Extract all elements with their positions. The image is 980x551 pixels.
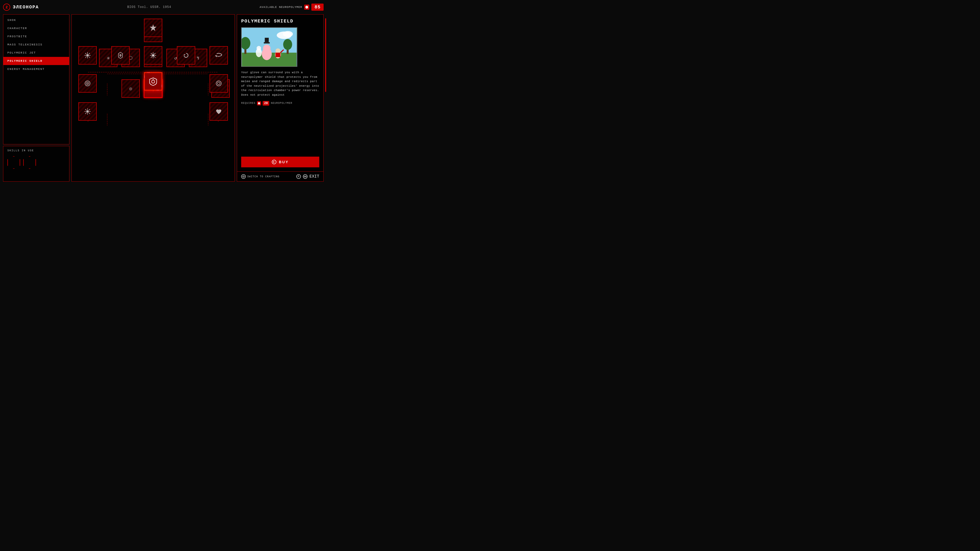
bios-tool-label: BIOS Tool. USSR. 1954 [127, 5, 171, 9]
buy-key-icon: X [272, 160, 277, 164]
info-panel: POLYMERIC SHIELD [237, 14, 324, 182]
skill-node-1-1[interactable] [111, 46, 130, 65]
info-content: POLYMERIC SHIELD [237, 14, 323, 157]
burst-icon [84, 108, 91, 115]
svg-rect-59 [264, 42, 270, 44]
skill-node-2-0[interactable] [78, 74, 97, 93]
svg-point-35 [87, 83, 88, 84]
requires-neuropolymer-icon [257, 101, 261, 105]
sidebar-item-polymeric-shield[interactable]: POLYMERIC SHIELD [3, 57, 69, 65]
svg-line-48 [85, 113, 86, 114]
skill-node-3-4[interactable] [210, 102, 228, 121]
svg-marker-0 [305, 6, 308, 9]
star-icon [149, 24, 157, 32]
neuropolymer-icon [304, 5, 309, 10]
svg-point-51 [283, 31, 293, 37]
svg-marker-26 [119, 54, 121, 57]
svg-point-40 [86, 110, 89, 113]
radiate-icon [84, 52, 91, 59]
svg-rect-60 [265, 38, 269, 42]
svg-line-24 [85, 57, 86, 58]
crest-icon [117, 52, 124, 59]
exit-controls: B EXIT [296, 174, 319, 179]
logo-icon: Ƶ [3, 3, 10, 11]
svg-line-46 [89, 113, 90, 114]
target2-icon [215, 80, 222, 87]
requires-amount: 28 [262, 101, 269, 106]
exit-label: EXIT [310, 174, 319, 179]
svg-point-36 [151, 80, 155, 83]
skill-node-1-2[interactable] [144, 46, 162, 65]
info-description: Your glove can surround you with a neuro… [241, 70, 319, 97]
skill-node-1-0[interactable] [78, 46, 97, 65]
svg-marker-32 [183, 54, 186, 56]
svg-line-45 [85, 109, 86, 110]
target-icon [84, 80, 91, 87]
header-right: AVAILABLE NEUROPOLYMER 85 [259, 3, 324, 11]
sidebar-item-energy-management[interactable]: ENERGY MANAGEMENT [3, 65, 69, 73]
skill-slot-1[interactable] [7, 156, 20, 169]
cycle-icon [183, 52, 189, 59]
character-name: ЭЛЕОНОРА [13, 5, 39, 10]
svg-point-16 [86, 54, 89, 57]
switch-crafting-label: SWITCH TO CRAFTING [247, 175, 280, 178]
skill-artwork [242, 28, 297, 66]
svg-point-56 [283, 39, 292, 50]
sidebar-item-polymeric-jet[interactable]: POLYMERIC JET [3, 49, 69, 57]
buy-button[interactable]: X BUY [241, 157, 319, 167]
skill-node-0-0[interactable] [144, 19, 162, 37]
buy-button-label: BUY [279, 160, 289, 164]
content-area: SHOK CHARACTER FROSTBITE MASS TELEKINESI… [3, 14, 324, 182]
skills-label: SKILLS IN USE [7, 149, 65, 152]
svg-line-23 [89, 53, 90, 54]
requires-label: REQUIRES [241, 102, 256, 105]
svg-point-62 [275, 48, 280, 53]
neuropolymer-value: 85 [311, 3, 324, 11]
svg-marker-67 [258, 102, 260, 105]
sidebar-item-character[interactable]: CHARACTER [3, 24, 69, 32]
svg-point-58 [263, 44, 270, 52]
snowflake-icon [150, 52, 157, 59]
skill-node-shield-selected[interactable] [144, 72, 162, 91]
skills-panel: SKILLS IN USE [3, 146, 69, 182]
snake-icon [215, 52, 222, 59]
svg-point-31 [152, 55, 154, 56]
info-footer: SWITCH TO CRAFTING B EXIT [237, 171, 323, 181]
skill-tree-panel: ✦ ✳ ⬡ ❄ ↺ [72, 14, 235, 182]
switch-key-icon [241, 174, 246, 179]
shield-icon [148, 77, 158, 86]
info-title: POLYMERIC SHIELD [241, 19, 319, 24]
info-image [241, 27, 298, 67]
skill-node-1-4[interactable] [210, 46, 228, 65]
header-left: Ƶ ЭЛЕОНОРА [3, 3, 39, 11]
svg-marker-15 [150, 24, 156, 31]
heart-icon [215, 108, 222, 115]
info-requires: REQUIRES 28 NEUROPOLYMER [241, 101, 319, 106]
svg-line-22 [89, 57, 90, 58]
svg-point-39 [218, 82, 220, 85]
requires-type: NEUROPOLYMER [271, 102, 292, 105]
sidebar-item-shok[interactable]: SHOK [3, 16, 69, 24]
exit-menu-icon[interactable] [303, 174, 307, 179]
sidebar-item-mass-telekinesis[interactable]: MASS TELEKINESIS [3, 41, 69, 49]
skill-node-1-3[interactable] [177, 46, 195, 65]
neuropolymer-label: AVAILABLE NEUROPOLYMER [259, 6, 302, 9]
sidebar: SHOK CHARACTER FROSTBITE MASS TELEKINESI… [3, 14, 69, 182]
exit-b-icon[interactable]: B [296, 174, 301, 179]
skill-node-2-4[interactable] [210, 74, 228, 93]
svg-rect-63 [275, 52, 280, 57]
sidebar-item-frostbite[interactable]: FROSTBITE [3, 32, 69, 41]
skill-node-3-0[interactable] [78, 102, 97, 121]
nav-panel: SHOK CHARACTER FROSTBITE MASS TELEKINESI… [3, 14, 69, 144]
switch-crafting-button[interactable]: SWITCH TO CRAFTING [241, 174, 280, 179]
svg-point-66 [256, 46, 261, 51]
header: Ƶ ЭЛЕОНОРА BIOS Tool. USSR. 1954 AVAILAB… [3, 2, 324, 12]
skills-slots [7, 156, 65, 169]
svg-line-21 [85, 53, 86, 54]
skill-slot-2[interactable] [23, 156, 36, 169]
svg-point-38 [216, 81, 221, 86]
svg-line-47 [89, 109, 90, 110]
